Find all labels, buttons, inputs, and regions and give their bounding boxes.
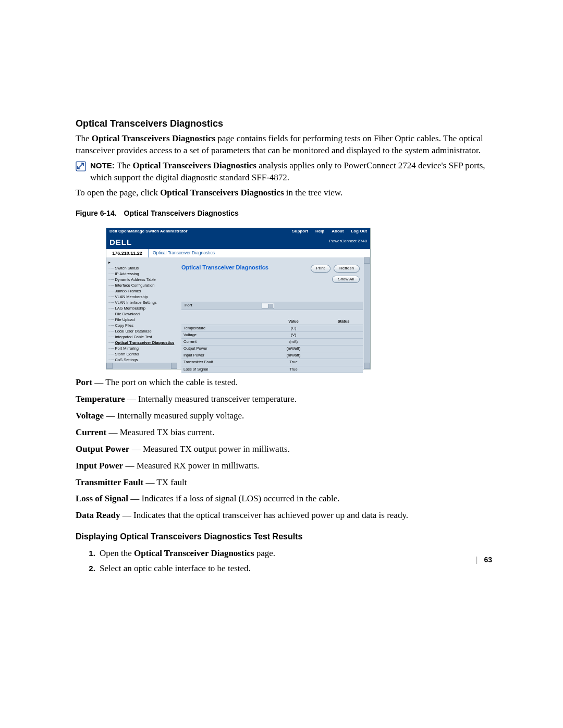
- device-model: PowerConnect 2748: [329, 239, 368, 244]
- tree-item[interactable]: ····· Local User Database: [108, 328, 176, 334]
- field-definition: Voltage — Internally measured supply vol…: [76, 410, 490, 422]
- nav-about[interactable]: About: [332, 229, 344, 235]
- tree-item[interactable]: ····· Copy Files: [108, 323, 176, 328]
- field-definitions: Port — The port on which the cable is te…: [76, 377, 490, 522]
- action-buttons: Print Refresh Show All: [297, 265, 360, 283]
- scroll-track[interactable]: [113, 363, 171, 369]
- nav-logout[interactable]: Log Out: [351, 229, 367, 235]
- table-row: Input Power(mWatt): [181, 352, 363, 359]
- table-row: Loss of SignalTrue: [181, 366, 363, 373]
- vertical-scrollbar[interactable]: [364, 257, 370, 369]
- tree-item[interactable]: ····· Optical Transceiver Diagnostics: [108, 340, 176, 346]
- dell-logo: DELL: [109, 238, 141, 247]
- horizontal-scrollbar[interactable]: [106, 363, 177, 369]
- tree-item[interactable]: ····· Integrated Cable Test: [108, 334, 176, 340]
- steps-list: Open the Optical Transceiver Diagnostics…: [76, 548, 490, 575]
- text-bold: Optical Transceivers Diagnostics: [160, 188, 284, 198]
- figure-title: Optical Transceivers Diagnostics: [124, 209, 239, 217]
- open-instruction: To open the page, click Optical Transcei…: [76, 187, 490, 199]
- table-row: Current(mA): [181, 339, 363, 346]
- note-icon: [76, 161, 86, 171]
- tree-item[interactable]: ····· File Download: [108, 311, 176, 317]
- table-row: Temperature(C): [181, 325, 363, 331]
- table-row: Output Power(mWatt): [181, 346, 363, 352]
- nav-tree[interactable]: ▸····· Switch Status····· IP Addressing·…: [106, 257, 177, 369]
- figure-number: Figure 6-14.: [76, 209, 117, 217]
- scroll-left-arrow-icon[interactable]: [106, 363, 113, 369]
- scroll-up-arrow-icon[interactable]: [364, 257, 370, 264]
- tree-item[interactable]: ····· Switch Status: [108, 265, 176, 271]
- diagnostics-table: Value Status Temperature(C)Voltage(V)Cur…: [181, 318, 363, 373]
- field-definition: Input Power — Measured RX power in milli…: [76, 460, 490, 472]
- field-definition: Data Ready — Indicates that the optical …: [76, 510, 490, 522]
- field-definition: Transmitter Fault — TX fault: [76, 477, 490, 489]
- breadcrumb-path: Optical Transceiver Diagnostics: [149, 249, 370, 257]
- screenshot-body: ▸····· Switch Status····· IP Addressing·…: [106, 257, 370, 369]
- step-item: Open the Optical Transceiver Diagnostics…: [97, 548, 490, 560]
- intro-paragraph: The Optical Transceivers Diagnostics pag…: [76, 133, 490, 157]
- note-text: NOTE: The Optical Transceivers Diagnosti…: [90, 160, 490, 184]
- main-panel: Optical Transceiver Diagnostics Print Re…: [177, 257, 370, 369]
- port-dropdown[interactable]: [262, 303, 274, 309]
- svg-text:DELL: DELL: [109, 238, 132, 246]
- brand-bar: DELL PowerConnect 2748: [106, 236, 370, 249]
- text: To open the page, click: [76, 188, 160, 198]
- table-row: Transmitter FaultTrue: [181, 359, 363, 366]
- field-definition: Temperature — Internally measured transc…: [76, 393, 490, 405]
- text: The: [117, 161, 133, 170]
- breadcrumb: 176.210.11.22 Optical Transceiver Diagno…: [106, 249, 370, 257]
- figure-caption: Figure 6-14.Optical Transceivers Diagnos…: [76, 208, 490, 218]
- tree-item[interactable]: ····· VLAN Interface Settings: [108, 300, 176, 305]
- tree-item[interactable]: ····· LAG Membership: [108, 305, 176, 311]
- col-value: Value: [263, 318, 324, 325]
- app-titlebar: Dell OpenManage Switch Administrator Sup…: [106, 228, 370, 236]
- text-bold: Optical Transceivers Diagnostics: [92, 133, 215, 143]
- field-definition: Port — The port on which the cable is te…: [76, 377, 490, 389]
- document-page: Optical Transceivers Diagnostics The Opt…: [0, 0, 563, 728]
- page-number: |63: [476, 555, 492, 565]
- nav-help[interactable]: Help: [315, 229, 324, 235]
- field-definition: Loss of Signal — Indicates if a loss of …: [76, 493, 490, 505]
- nav-support[interactable]: Support: [292, 229, 308, 235]
- text-bold: Optical Transceivers Diagnostics: [133, 161, 256, 170]
- device-ip: 176.210.11.22: [106, 249, 149, 257]
- subsection-title: Displaying Optical Transceivers Diagnost…: [76, 531, 490, 542]
- tree-item[interactable]: ····· VLAN Membership: [108, 294, 176, 300]
- scroll-track[interactable]: [364, 264, 370, 363]
- port-selector-row: Port: [181, 302, 363, 310]
- tree-item[interactable]: ····· Dynamic Address Table: [108, 277, 176, 282]
- col-status: Status: [324, 318, 363, 325]
- print-button[interactable]: Print: [311, 265, 331, 273]
- field-definition: Current — Measured TX bias current.: [76, 427, 490, 439]
- step-item: Select an optic cable interface to be te…: [97, 563, 490, 575]
- table-row: Voltage(V): [181, 331, 363, 338]
- tree-item[interactable]: ····· Interface Configuration: [108, 282, 176, 288]
- tree-item[interactable]: ····· IP Addressing: [108, 271, 176, 277]
- note-block: NOTE: The Optical Transceivers Diagnosti…: [76, 160, 490, 184]
- section-title: Optical Transceivers Diagnostics: [76, 117, 490, 130]
- note-label: NOTE:: [90, 161, 117, 170]
- embedded-screenshot: Dell OpenManage Switch Administrator Sup…: [106, 228, 371, 369]
- port-label: Port: [185, 303, 262, 309]
- text: The: [76, 133, 92, 143]
- tree-item[interactable]: ····· CoS Settings: [108, 357, 176, 363]
- tree-item[interactable]: ····· Storm Control: [108, 351, 176, 357]
- field-definition: Output Power — Measured TX output power …: [76, 443, 490, 455]
- text: in the tree view.: [284, 188, 343, 198]
- tree-item[interactable]: ····· File Upload: [108, 317, 176, 323]
- scroll-right-arrow-icon[interactable]: [171, 363, 177, 369]
- refresh-button[interactable]: Refresh: [334, 265, 360, 273]
- show-all-button[interactable]: Show All: [332, 276, 360, 283]
- app-title: Dell OpenManage Switch Administrator: [109, 229, 188, 235]
- tree-item[interactable]: ····· Port Mirroring: [108, 346, 176, 351]
- scroll-down-arrow-icon[interactable]: [364, 363, 370, 369]
- tree-item[interactable]: ····· Jumbo Frames: [108, 288, 176, 294]
